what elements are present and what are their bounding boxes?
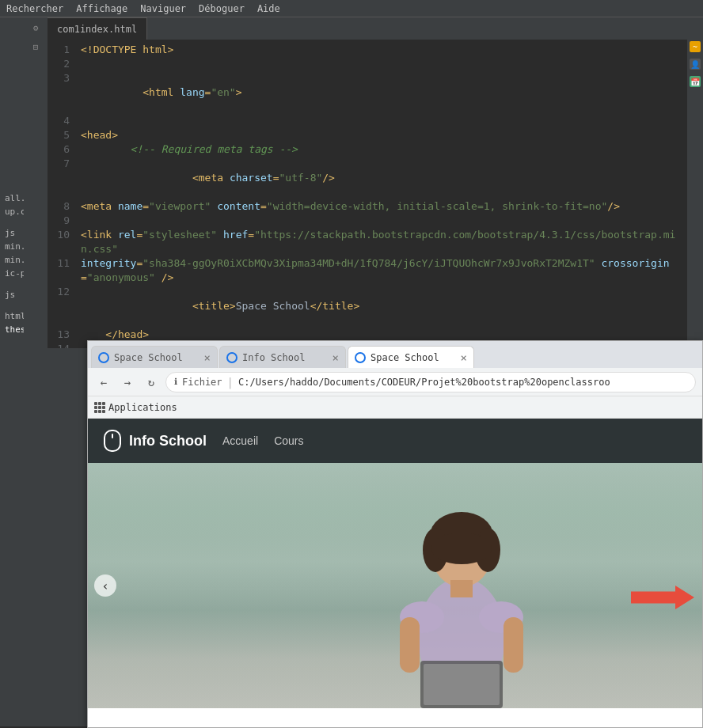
menu-rechercher[interactable]: Rechercher (6, 3, 63, 14)
browser-page-content: Info School Accueil Cours (88, 419, 702, 727)
menu-aide[interactable]: Aide (257, 3, 280, 14)
menu-deboger[interactable]: Déboguer (199, 3, 245, 14)
mouse-icon (104, 430, 121, 452)
tab-globe-icon (355, 352, 366, 363)
code-line: 3 <html lang="en"> (48, 71, 687, 114)
applications-bookmark[interactable]: Applications (94, 402, 177, 413)
browser-tab-info-school[interactable]: Info School × (219, 346, 346, 368)
carousel-prev-button[interactable]: ‹ (94, 574, 116, 597)
nav-link-accueil[interactable]: Accueil (222, 434, 258, 447)
forward-button[interactable]: → (118, 373, 137, 392)
tab-globe-icon (98, 352, 109, 363)
editor-right-gutter: ~ 👤 📅 (687, 17, 703, 348)
code-line: 1 <!DOCTYPE html> (48, 43, 687, 57)
apps-icon (94, 402, 105, 413)
tab-label: Space School (114, 352, 183, 363)
code-line: 4 (48, 114, 687, 128)
code-line: 9 (48, 214, 687, 228)
page-navbar: Info School Accueil Cours (88, 419, 702, 463)
menu-naviguer[interactable]: Naviguer (140, 3, 186, 14)
brand-name: Info School (129, 433, 207, 449)
fichier-label: Fichier (182, 377, 222, 388)
code-line: 10 <link rel="stylesheet" href="https://… (48, 228, 687, 256)
code-line: 11 integrity="sha384-ggOyR0iXCbMQv3Xipma… (48, 256, 687, 285)
editor-tab-bar: com1index.html (48, 17, 687, 40)
tab-globe-icon (226, 352, 238, 363)
tab-label: Info School (242, 352, 305, 363)
browser-toolbar: ← → ↻ ℹ Fichier | C:/Users/haddo/Documen… (88, 368, 702, 396)
reload-button[interactable]: ↻ (142, 373, 161, 392)
arrow-shape (631, 586, 694, 609)
applications-label: Applications (108, 402, 177, 413)
tab-close-button[interactable]: × (204, 352, 211, 363)
hero-area: ‹ (88, 463, 702, 708)
url-text: C:/Users/haddo/Documents/CODEUR/Projet%2… (238, 377, 610, 388)
address-bar[interactable]: ℹ Fichier | C:/Users/haddo/Documents/COD… (165, 372, 696, 392)
code-line: 12 <title>Space School</title> (48, 285, 687, 328)
nav-brand: Info School (104, 430, 207, 452)
info-icon: ℹ (174, 377, 177, 387)
nav-link-cours[interactable]: Cours (274, 434, 303, 447)
browser-tabs: Space School × Info School × Space Schoo… (88, 341, 702, 368)
arrow-annotation (631, 586, 694, 609)
code-line: 5 <head> (48, 128, 687, 142)
hero-figure (351, 479, 572, 708)
wave-icon[interactable]: ~ (690, 41, 701, 52)
menu-affichage[interactable]: Affichage (76, 3, 127, 14)
code-line: 6 <!-- Required meta tags --> (48, 142, 687, 157)
browser-window: Space School × Info School × Space Schoo… (87, 340, 703, 728)
code-line: 8 <meta name="viewport" content="width=d… (48, 199, 687, 214)
split-icon[interactable]: ⊟ (28, 40, 43, 54)
svg-point-5 (431, 533, 492, 564)
code-line: 2 (48, 57, 687, 71)
code-editor: com1index.html 1 <!DOCTYPE html> 2 3 <ht… (48, 17, 687, 348)
calendar-icon[interactable]: 📅 (690, 76, 701, 87)
tab-close-button[interactable]: × (332, 352, 339, 363)
bookmarks-bar: Applications (88, 396, 702, 419)
back-button[interactable]: ← (94, 373, 113, 392)
tab-close-button[interactable]: × (461, 352, 467, 363)
browser-tab-space-school-1[interactable]: Space School × (91, 346, 218, 368)
editor-sidebar: ⚙ ⊟ (24, 17, 48, 348)
code-line: 7 <meta charset="utf-8"/> (48, 157, 687, 199)
tab-label: Space School (370, 352, 439, 363)
editor-tab[interactable]: com1index.html (48, 17, 147, 40)
people-icon[interactable]: 👤 (690, 59, 701, 70)
settings-icon[interactable]: ⚙ (28, 21, 43, 35)
browser-tab-space-school-2[interactable]: Space School × (348, 346, 474, 368)
menu-bar: Rechercher Affichage Naviguer Déboguer A… (0, 0, 703, 17)
code-area: 1 <!DOCTYPE html> 2 3 <html lang="en"> 4 (48, 40, 687, 348)
svg-rect-9 (400, 617, 420, 673)
svg-rect-10 (504, 617, 523, 673)
svg-rect-12 (424, 664, 500, 705)
svg-rect-6 (450, 580, 473, 597)
